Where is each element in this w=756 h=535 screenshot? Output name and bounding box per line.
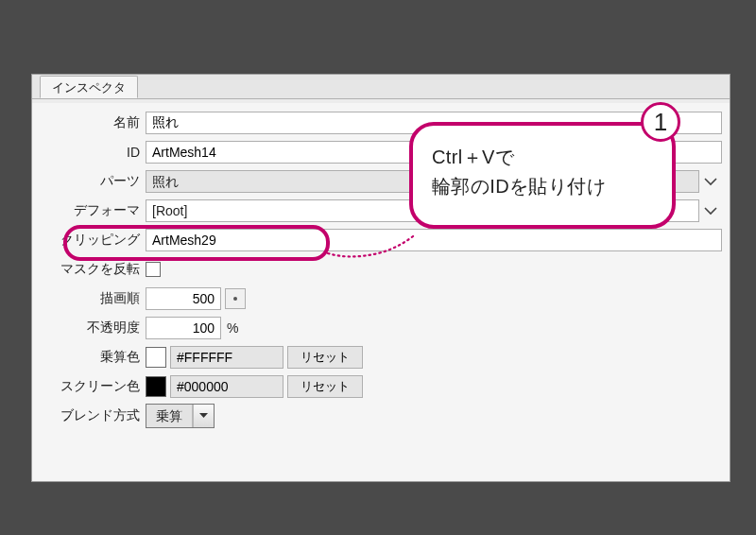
screen-hex-input[interactable] xyxy=(170,375,284,398)
opacity-input[interactable] xyxy=(146,317,221,339)
row-draw-order: 描画順 xyxy=(32,285,730,313)
label-id: ID xyxy=(32,145,146,160)
label-multiply-color: 乗算色 xyxy=(32,349,146,366)
multiply-hex-input[interactable] xyxy=(170,346,284,369)
chevron-down-icon[interactable] xyxy=(699,170,722,193)
mask-invert-checkbox[interactable] xyxy=(146,262,161,277)
screen-reset-button[interactable]: リセット xyxy=(287,375,363,398)
label-opacity: 不透明度 xyxy=(32,319,146,337)
row-opacity: 不透明度 % xyxy=(32,314,730,342)
screen-swatch[interactable] xyxy=(146,376,166,397)
draw-order-extra-button[interactable] xyxy=(225,288,246,309)
label-clipping: クリッピング xyxy=(32,232,146,249)
annotation-callout: Ctrl＋Vで 輪郭のIDを貼り付け xyxy=(409,122,676,229)
row-blend-mode: ブレンド方式 乗算 xyxy=(32,402,730,430)
label-mask-invert: マスクを反転 xyxy=(32,261,146,278)
label-parts: パーツ xyxy=(32,173,146,190)
multiply-reset-button[interactable]: リセット xyxy=(287,346,363,369)
tab-inspector[interactable]: インスペクタ xyxy=(40,76,138,98)
label-screen-color: スクリーン色 xyxy=(32,378,146,395)
chevron-down-icon[interactable] xyxy=(699,199,722,222)
row-mask-invert: マスクを反転 xyxy=(32,255,730,284)
annotation-badge: 1 xyxy=(641,102,680,142)
opacity-unit: % xyxy=(227,320,238,336)
blend-mode-value: 乗算 xyxy=(146,405,193,427)
tab-bar: インスペクタ xyxy=(32,75,730,99)
label-blend-mode: ブレンド方式 xyxy=(32,407,146,424)
annotation-line1: Ctrl＋Vで xyxy=(432,143,653,172)
blend-mode-dropdown[interactable]: 乗算 xyxy=(146,404,215,428)
row-clipping: クリッピング xyxy=(32,226,730,254)
row-multiply-color: 乗算色 リセット xyxy=(32,343,730,371)
annotation-line2: 輪郭のIDを貼り付け xyxy=(432,172,653,201)
chevron-down-icon[interactable] xyxy=(193,405,214,427)
label-draw-order: 描画順 xyxy=(32,290,146,307)
multiply-swatch[interactable] xyxy=(146,347,166,368)
row-screen-color: スクリーン色 リセット xyxy=(32,372,730,401)
draw-order-input[interactable] xyxy=(146,287,221,310)
label-deformer: デフォーマ xyxy=(32,202,146,219)
dot-icon xyxy=(233,297,237,301)
label-name: 名前 xyxy=(32,114,146,131)
clipping-input[interactable] xyxy=(146,229,722,251)
